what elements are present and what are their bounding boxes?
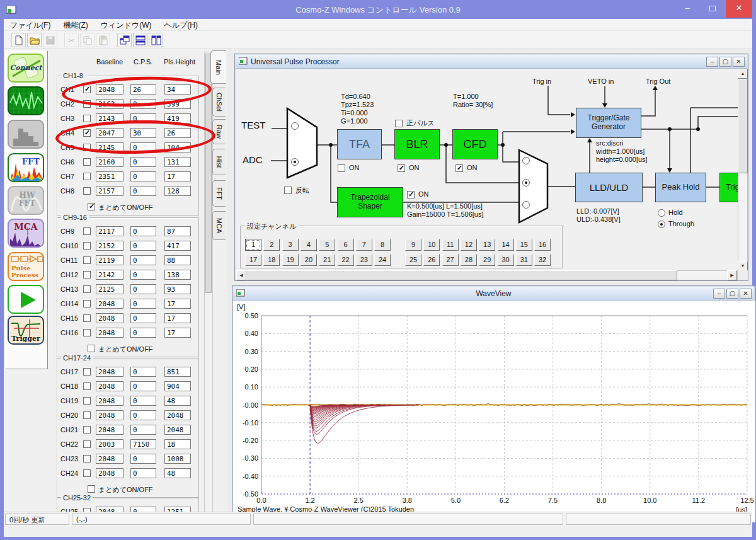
tab-hist[interactable]: Hist bbox=[212, 149, 226, 175]
horizontal-scroll-thumb[interactable] bbox=[246, 270, 677, 280]
channel-select-button-28[interactable]: 28 bbox=[461, 254, 477, 266]
channel-select-button-4[interactable]: 4 bbox=[301, 239, 317, 251]
pulse-height-field[interactable] bbox=[164, 255, 191, 265]
cps-field[interactable] bbox=[130, 284, 156, 294]
baseline-field[interactable] bbox=[96, 313, 123, 323]
baseline-field[interactable] bbox=[96, 255, 123, 265]
tile-horizontal-button[interactable] bbox=[133, 33, 147, 47]
pulse-height-field[interactable] bbox=[164, 171, 191, 181]
minimize-button[interactable]: – bbox=[675, 0, 699, 18]
channel-select-button-30[interactable]: 30 bbox=[498, 254, 514, 266]
cps-field[interactable] bbox=[130, 396, 156, 406]
upp-maximize-button[interactable]: ▢ bbox=[719, 57, 731, 67]
tile-vertical-button[interactable] bbox=[149, 33, 163, 47]
pulse-height-field[interactable] bbox=[164, 113, 191, 124]
pulse-height-field[interactable] bbox=[164, 381, 191, 391]
baseline-field[interactable] bbox=[96, 367, 123, 377]
channel-enable-checkbox[interactable] bbox=[83, 368, 91, 376]
sidebar-button-mca[interactable]: MCA bbox=[8, 219, 44, 248]
channel-enable-checkbox[interactable] bbox=[83, 440, 91, 448]
cascade-windows-button[interactable] bbox=[117, 33, 132, 47]
baseline-field[interactable] bbox=[96, 410, 123, 420]
scroll-down-button[interactable]: ▼ bbox=[738, 261, 748, 271]
pulse-height-field[interactable] bbox=[164, 367, 191, 377]
channel-enable-checkbox[interactable] bbox=[83, 158, 91, 166]
lld-uld-block[interactable]: LLD/ULD bbox=[575, 173, 643, 202]
channel-select-button-6[interactable]: 6 bbox=[338, 239, 354, 251]
channel-enable-checkbox[interactable] bbox=[83, 115, 91, 122]
pulse-height-field[interactable] bbox=[164, 425, 191, 435]
mux1-adc-radio[interactable] bbox=[291, 158, 299, 166]
channel-select-button-12[interactable]: 12 bbox=[461, 239, 477, 251]
channel-enable-checkbox[interactable] bbox=[83, 227, 91, 235]
cps-field[interactable] bbox=[130, 381, 156, 391]
baseline-field[interactable] bbox=[96, 186, 123, 196]
baseline-field[interactable] bbox=[96, 99, 123, 109]
channel-enable-checkbox[interactable] bbox=[83, 426, 91, 434]
channel-enable-checkbox[interactable] bbox=[83, 100, 91, 108]
cps-field[interactable] bbox=[130, 113, 156, 124]
pulse-height-field[interactable] bbox=[164, 284, 191, 294]
tab-raw[interactable]: Raw bbox=[212, 119, 226, 144]
baseline-field[interactable] bbox=[96, 270, 123, 280]
channel-select-button-9[interactable]: 9 bbox=[405, 239, 421, 251]
cps-field[interactable] bbox=[130, 270, 156, 280]
baseline-field[interactable] bbox=[96, 142, 123, 152]
baseline-field[interactable] bbox=[96, 425, 123, 435]
channel-select-button-8[interactable]: 8 bbox=[374, 239, 391, 251]
through-radio[interactable] bbox=[658, 221, 665, 228]
channel-select-button-31[interactable]: 31 bbox=[516, 254, 532, 266]
waveview-maximize-button[interactable]: ▢ bbox=[726, 289, 738, 299]
pulse-height-field[interactable] bbox=[164, 299, 191, 309]
channel-enable-checkbox[interactable] bbox=[83, 300, 91, 307]
positive-pulse-checkbox[interactable] bbox=[395, 120, 403, 127]
maximize-button[interactable] bbox=[701, 0, 724, 18]
pulse-height-field[interactable] bbox=[164, 99, 191, 109]
pulse-height-field[interactable] bbox=[164, 142, 191, 152]
sidebar-button-fft[interactable]: FFT bbox=[8, 153, 44, 182]
tfa-block[interactable]: TFA bbox=[337, 129, 382, 159]
cps-field[interactable] bbox=[130, 142, 156, 152]
cps-field[interactable] bbox=[130, 313, 156, 323]
baseline-field[interactable] bbox=[96, 284, 123, 294]
scroll-right-button[interactable]: ▶ bbox=[727, 270, 737, 280]
channel-enable-checkbox[interactable] bbox=[83, 242, 91, 250]
baseline-field[interactable] bbox=[96, 157, 123, 167]
pulse-height-field[interactable] bbox=[164, 328, 191, 338]
channel-select-button-7[interactable]: 7 bbox=[356, 239, 372, 251]
menu-item-1[interactable]: 機能(Z) bbox=[57, 19, 94, 31]
cps-field[interactable] bbox=[130, 255, 156, 265]
blr-block[interactable]: BLR bbox=[394, 129, 440, 159]
channel-enable-checkbox[interactable] bbox=[83, 187, 91, 195]
cps-field[interactable] bbox=[130, 439, 156, 449]
cps-field[interactable] bbox=[130, 410, 156, 420]
channel-select-button-2[interactable]: 2 bbox=[263, 239, 280, 251]
channel-select-button-1[interactable]: 1 bbox=[245, 239, 261, 251]
baseline-field[interactable] bbox=[96, 468, 123, 478]
cps-field[interactable] bbox=[130, 226, 156, 236]
pulse-height-field[interactable] bbox=[164, 84, 191, 95]
tfa-on-checkbox[interactable] bbox=[338, 164, 345, 172]
waveview-close-button[interactable]: ✕ bbox=[740, 289, 752, 299]
pulse-height-field[interactable] bbox=[164, 468, 191, 478]
channel-select-button-21[interactable]: 21 bbox=[319, 254, 335, 266]
channel-select-button-11[interactable]: 11 bbox=[442, 239, 459, 251]
baseline-field[interactable] bbox=[96, 439, 123, 449]
new-file-button[interactable] bbox=[11, 33, 26, 47]
baseline-field[interactable] bbox=[96, 171, 123, 181]
channel-select-button-13[interactable]: 13 bbox=[479, 239, 495, 251]
channel-enable-checkbox[interactable] bbox=[83, 469, 91, 477]
channel-select-button-10[interactable]: 10 bbox=[423, 239, 440, 251]
channel-select-button-19[interactable]: 19 bbox=[282, 254, 299, 266]
batch-onoff-checkbox[interactable] bbox=[88, 485, 95, 493]
channel-select-button-22[interactable]: 22 bbox=[338, 254, 354, 266]
channel-select-button-24[interactable]: 24 bbox=[374, 254, 391, 266]
cps-field[interactable] bbox=[130, 328, 156, 338]
channel-select-button-18[interactable]: 18 bbox=[263, 254, 280, 266]
channel-select-button-17[interactable]: 17 bbox=[245, 254, 261, 266]
trigger-gate-generator-block[interactable]: Trigger/Gate Generator bbox=[576, 108, 641, 138]
channel-select-button-29[interactable]: 29 bbox=[479, 254, 495, 266]
pulse-height-field[interactable] bbox=[164, 396, 191, 406]
cfd-block[interactable]: CFD bbox=[452, 129, 498, 159]
mux1-test-radio[interactable] bbox=[291, 122, 299, 130]
